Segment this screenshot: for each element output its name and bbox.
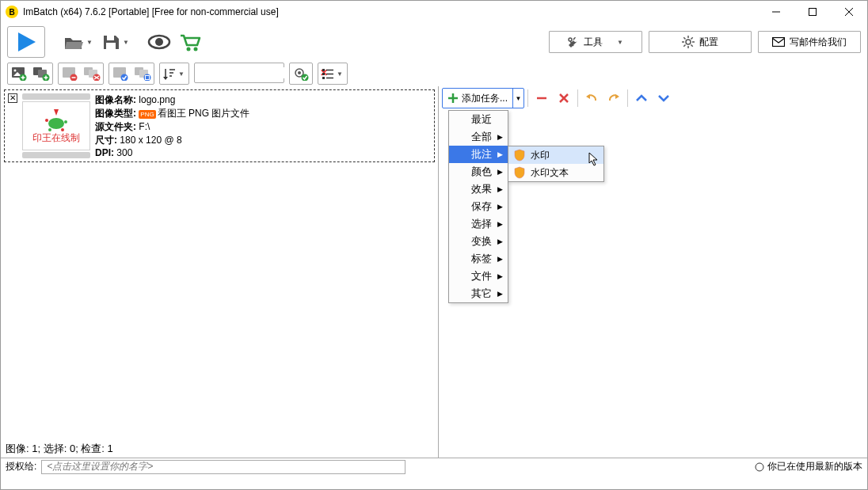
submenu-arrow-icon: ▶: [497, 185, 503, 193]
svg-line-18: [683, 37, 685, 39]
submenu-arrow-icon: ▶: [497, 255, 503, 263]
menu-item-7[interactable]: 变换▶: [449, 233, 508, 250]
submenu-arrow-icon: ▶: [497, 272, 503, 280]
titlebar: B ImBatch (x64) 7.6.2 [Portable] [Free f…: [1, 1, 867, 23]
thumb-header-bar: [22, 93, 90, 100]
svg-point-8: [155, 38, 163, 46]
svg-point-53: [298, 71, 301, 74]
svg-point-74: [756, 463, 763, 471]
image-add-icon: [11, 66, 27, 81]
add-task-button[interactable]: 添加任务... ▼: [442, 88, 524, 108]
view-button[interactable]: ▼: [318, 63, 347, 84]
svg-point-13: [686, 40, 691, 44]
menu-item-10[interactable]: 其它▶: [449, 285, 508, 302]
meta-dpi-label: DPI:: [95, 147, 114, 158]
run-button[interactable]: [7, 26, 45, 58]
gear-icon: [682, 36, 695, 48]
maximize-button[interactable]: [794, 1, 831, 23]
svg-point-61: [48, 118, 64, 129]
list-icon: [321, 66, 335, 81]
eye-icon: [147, 32, 172, 51]
redo-button[interactable]: [603, 88, 624, 108]
save-button[interactable]: ▼: [99, 28, 132, 56]
close-button[interactable]: [831, 1, 867, 23]
meta-name-value: logo.png: [139, 94, 175, 105]
shield-icon: [513, 166, 526, 179]
add-image-button[interactable]: [8, 63, 30, 84]
menu-item-0[interactable]: 最近: [449, 111, 508, 128]
open-button[interactable]: ▼: [61, 28, 96, 56]
settings-label: 配置: [699, 36, 718, 49]
submenu-item-label: 水印: [531, 149, 550, 162]
svg-marker-72: [586, 94, 590, 99]
menu-item-2[interactable]: 批注▶: [449, 146, 508, 163]
remove-item-button[interactable]: ✕: [8, 93, 17, 103]
chevron-down-icon: ▼: [121, 39, 131, 46]
png-badge-icon: PNG: [139, 110, 155, 119]
check-button[interactable]: [109, 63, 131, 84]
email-button[interactable]: 写邮件给我们: [758, 31, 861, 53]
move-down-button[interactable]: [653, 88, 674, 108]
left-status: 图像: 1; 选择: 0; 检查: 1: [1, 440, 438, 458]
delete-task-button[interactable]: [554, 88, 574, 108]
svg-marker-73: [615, 94, 619, 99]
image-item[interactable]: ✕ 水印王在线制作 图像名称: logo.png 图像类型: PNG看图王 PN…: [4, 89, 435, 162]
remove-image-button[interactable]: [59, 63, 81, 84]
remove-task-button[interactable]: [531, 88, 552, 108]
preview-button[interactable]: [145, 28, 173, 56]
filter-button[interactable]: [290, 63, 312, 84]
meta-type-label: 图像类型:: [95, 108, 136, 119]
gear-check-icon: [293, 66, 309, 81]
svg-marker-48: [163, 77, 168, 80]
image-list-pane: ✕ 水印王在线制作 图像名称: logo.png 图像类型: PNG看图王 PN…: [1, 86, 438, 458]
svg-line-19: [691, 45, 693, 47]
license-input[interactable]: <点击这里设置你的名字>: [41, 460, 405, 474]
chevron-down-icon: ▼: [615, 39, 625, 46]
submenu-arrow-icon: ▶: [497, 150, 503, 158]
submenu-arrow-icon: ▶: [497, 220, 503, 228]
tools-button[interactable]: 工具 ▼: [549, 31, 642, 53]
menu-item-3[interactable]: 颜色▶: [449, 163, 508, 180]
chevron-down-icon: ▼: [335, 70, 345, 78]
menu-item-1[interactable]: 全部▶: [449, 128, 508, 146]
menu-item-6[interactable]: 选择▶: [449, 215, 508, 233]
add-task-dropdown[interactable]: ▼: [512, 89, 523, 108]
search-box[interactable]: ✕: [194, 63, 284, 83]
submenu-arrow-icon: ▶: [497, 168, 503, 176]
menu-item-8[interactable]: 标签▶: [449, 250, 508, 268]
sort-icon: [162, 66, 177, 81]
minimize-button[interactable]: [758, 1, 794, 23]
svg-point-24: [14, 70, 17, 72]
svg-marker-4: [18, 32, 36, 51]
menu-item-4[interactable]: 效果▶: [449, 180, 508, 198]
submenu-arrow-icon: ▶: [497, 203, 503, 211]
add-folder-button[interactable]: [30, 63, 52, 84]
chevron-down-icon: [657, 93, 670, 103]
submenu-item-0[interactable]: 水印: [508, 146, 603, 164]
menu-item-9[interactable]: 文件▶: [449, 268, 508, 285]
menu-item-5[interactable]: 保存▶: [449, 198, 508, 215]
sort-button[interactable]: ▼: [160, 63, 188, 84]
svg-point-11: [569, 38, 572, 41]
undo-button[interactable]: [581, 88, 602, 108]
meta-size-value: 180 x 120 @ 8: [120, 135, 181, 146]
chevron-down-icon: ▼: [177, 70, 186, 78]
meta-type-value: 看图王 PNG 图片文件: [158, 108, 250, 119]
minus-icon: [535, 92, 548, 104]
store-button[interactable]: [177, 28, 204, 56]
email-label: 写邮件给我们: [790, 36, 847, 49]
move-up-button[interactable]: [631, 88, 652, 108]
svg-line-21: [691, 37, 693, 39]
save-icon: [101, 32, 121, 51]
main-toolbar: ▼ ▼ 工具 ▼ 配置 写邮件给我们: [1, 23, 867, 61]
mail-icon: [772, 37, 785, 47]
thumb-footer-bar: [22, 152, 90, 158]
uncheck-button[interactable]: [131, 63, 154, 84]
submenu-item-1[interactable]: 水印文本: [508, 164, 603, 181]
version-status: 你已在使用最新的版本: [767, 460, 862, 473]
svg-rect-5: [107, 36, 114, 40]
remove-all-button[interactable]: [81, 63, 103, 84]
svg-point-10: [194, 47, 198, 51]
settings-button[interactable]: 配置: [649, 31, 752, 53]
add-task-menu: 最近全部▶批注▶颜色▶效果▶保存▶选择▶变换▶标签▶文件▶其它▶ 水印水印文本: [448, 110, 508, 303]
